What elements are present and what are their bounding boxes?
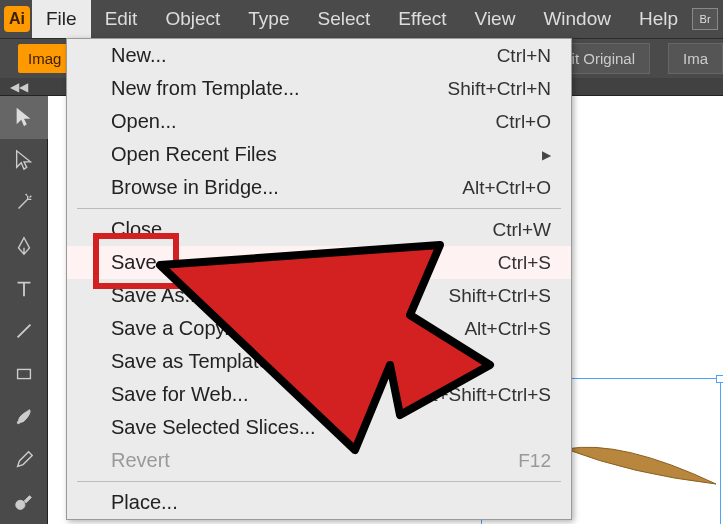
menu-edit[interactable]: Edit [91,0,152,38]
menu-label: Revert [111,449,170,472]
menu-shortcut: Ctrl+S [498,252,551,274]
menu-view[interactable]: View [461,0,530,38]
menu-label: Open Recent Files [111,143,277,166]
menu-shortcut: Ctrl+N [497,45,551,67]
menu-separator [77,208,561,209]
file-menu-dropdown: New...Ctrl+N New from Template...Shift+C… [66,38,572,520]
menu-label: Place... [111,491,178,514]
menu-shortcut: Alt+Shift+Ctrl+S [415,384,551,406]
bridge-button[interactable]: Br [692,8,718,30]
menu-shortcut: Alt+Ctrl+O [462,177,551,199]
menu-type[interactable]: Type [234,0,303,38]
app-logo: Ai [4,6,30,32]
magic-wand-tool[interactable] [0,182,48,225]
menu-label: Save for Web... [111,383,248,406]
menubar: File Edit Object Type Select Effect View… [0,0,723,38]
artwork-stroke [561,434,721,494]
submenu-arrow-icon: ▶ [542,148,551,162]
menu-label: New... [111,44,167,67]
menu-separator [77,481,561,482]
menu-effect[interactable]: Effect [384,0,460,38]
selection-handle[interactable] [716,375,723,383]
menu-item-revert: RevertF12 [67,444,571,477]
type-tool[interactable] [0,267,48,310]
menu-object[interactable]: Object [151,0,234,38]
pencil-tool[interactable] [0,438,48,481]
menu-shortcut: Shift+Ctrl+N [448,78,551,100]
menu-label: Close [111,218,162,241]
svg-point-1 [16,500,25,509]
paintbrush-tool[interactable] [0,396,48,439]
menu-item-save[interactable]: SaveCtrl+S [67,246,571,279]
menu-item-open[interactable]: Open...Ctrl+O [67,105,571,138]
menu-label: Save as Template... [111,350,286,373]
collapse-icon: ◀◀ [10,80,28,94]
menu-select[interactable]: Select [304,0,385,38]
menu-label: Open... [111,110,177,133]
menu-label: Save As... [111,284,201,307]
menu-shortcut: F12 [518,450,551,472]
menu-label: Save a Copy... [111,317,241,340]
rectangle-tool[interactable] [0,353,48,396]
menu-item-new-from-template[interactable]: New from Template...Shift+Ctrl+N [67,72,571,105]
menu-item-close[interactable]: CloseCtrl+W [67,213,571,246]
menu-label: New from Template... [111,77,300,100]
blob-brush-tool[interactable] [0,481,48,524]
menu-shortcut: Shift+Ctrl+S [449,285,551,307]
image-trace-tab[interactable]: Imag [18,44,71,73]
menu-shortcut: Ctrl+W [492,219,551,241]
menu-item-place[interactable]: Place... [67,486,571,519]
menu-help[interactable]: Help [625,0,692,38]
menu-label: Browse in Bridge... [111,176,279,199]
selection-tool[interactable] [0,96,48,139]
menu-item-save-slices[interactable]: Save Selected Slices... [67,411,571,444]
menu-item-save-copy[interactable]: Save a Copy...Alt+Ctrl+S [67,312,571,345]
menu-shortcut: Ctrl+O [496,111,551,133]
tools-panel [0,96,48,524]
menu-label: Save Selected Slices... [111,416,316,439]
menu-item-save-template[interactable]: Save as Template... [67,345,571,378]
direct-selection-tool[interactable] [0,139,48,182]
svg-rect-0 [18,370,31,379]
line-tool[interactable] [0,310,48,353]
image-button[interactable]: Ima [668,43,723,74]
menu-file[interactable]: File [32,0,91,38]
pen-tool[interactable] [0,224,48,267]
menu-item-open-recent[interactable]: Open Recent Files▶ [67,138,571,171]
menu-item-save-as[interactable]: Save As...Shift+Ctrl+S [67,279,571,312]
menu-shortcut: Alt+Ctrl+S [464,318,551,340]
menu-window[interactable]: Window [529,0,625,38]
menu-label: Save [111,251,157,274]
menu-item-browse-bridge[interactable]: Browse in Bridge...Alt+Ctrl+O [67,171,571,204]
menu-item-save-for-web[interactable]: Save for Web...Alt+Shift+Ctrl+S [67,378,571,411]
menu-item-new[interactable]: New...Ctrl+N [67,39,571,72]
